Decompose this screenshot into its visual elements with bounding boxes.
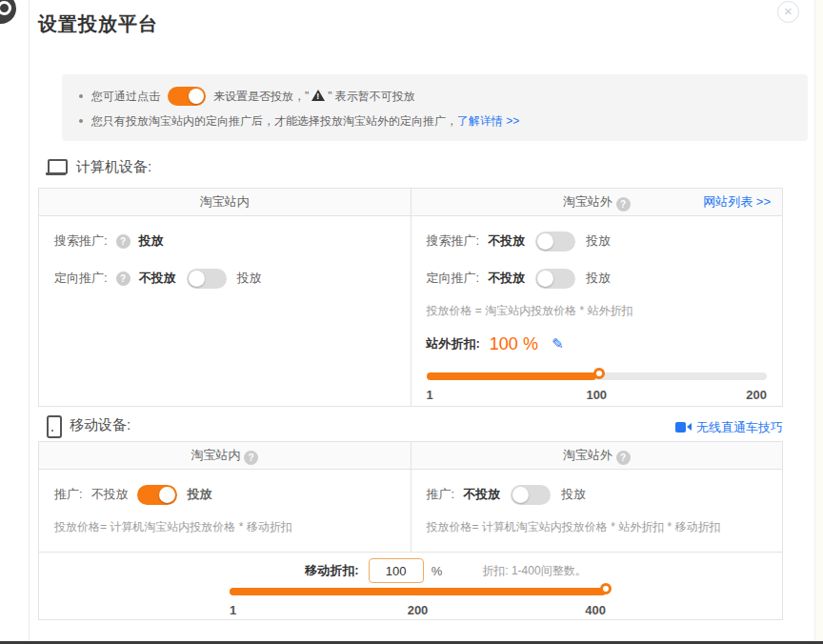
slider-fill <box>427 372 597 380</box>
discount-value: 100 % <box>490 334 538 354</box>
mobile-discount-input[interactable] <box>369 558 424 583</box>
bullet-icon <box>79 94 83 98</box>
warning-icon: ! <box>311 90 325 101</box>
slider-mid-label: 200 <box>408 603 429 617</box>
slider-min-label: 1 <box>427 388 433 402</box>
search-promo-row: 搜索推广: 不投放 投放 <box>427 229 768 253</box>
toggle-knob[interactable] <box>537 271 553 287</box>
computer-section-label: 计算机设备: <box>76 158 151 176</box>
wireless-tips-label: 无线直通车技巧 <box>696 420 783 434</box>
state-active: 不投放 <box>139 270 176 287</box>
price-formula: 投放价格= 计算机淘宝站内投放价格 * 站外折扣 * 移动折扣 <box>427 519 768 535</box>
column-header-offsite: 淘宝站外 ? <box>411 442 783 469</box>
state-active: 投放 <box>139 232 164 250</box>
video-camera-icon <box>675 422 692 433</box>
mobile-onsite-cell: 推广: 不投放 投放 投放价格= 计算机淘宝站内投放价格 * 移动折扣 <box>39 470 411 552</box>
field-label: 推广: <box>427 486 455 503</box>
discount-label: 站外折扣: <box>427 335 480 352</box>
target-promo-toggle[interactable] <box>535 269 575 289</box>
field-label: 搜索推广: <box>427 232 480 250</box>
offsite-discount-slider[interactable]: 1 100 200 <box>427 372 768 402</box>
target-promo-row: 定向推广: 不投放 投放 <box>427 266 768 291</box>
notice-line-1: 您可通过点击 来设置是否投放，" ! " 表示暂不可投放 <box>79 85 789 108</box>
notice-text: 您可通过点击 <box>91 89 160 105</box>
state-inactive: 投放 <box>586 270 611 287</box>
help-icon[interactable]: ? <box>244 451 258 465</box>
mobile-table-body: 推广: 不投放 投放 投放价格= 计算机淘宝站内投放价格 * 移动折扣 推广: … <box>39 470 782 552</box>
toggle-knob[interactable] <box>512 487 529 503</box>
help-icon[interactable]: ? <box>616 451 631 465</box>
slider-mid-label: 100 <box>586 388 607 402</box>
wireless-tips-link[interactable]: 无线直通车技巧 <box>675 419 783 436</box>
column-header-label: 淘宝站内 <box>200 194 250 209</box>
search-promo-toggle[interactable] <box>535 231 575 252</box>
help-icon[interactable]: ? <box>616 197 631 211</box>
slider-handle[interactable] <box>600 583 612 594</box>
promo-row: 推广: 不投放 投放 <box>427 482 768 507</box>
target-promo-row: 定向推广: ? 不投放 投放 <box>54 266 395 291</box>
offsite-discount-row: 站外折扣: 100 % ✎ <box>427 331 768 357</box>
column-header-label: 淘宝站外 <box>563 448 612 462</box>
slider-min-label: 1 <box>230 603 236 617</box>
mobile-discount-row: 移动折扣: % 折扣: 1-400间整数。 1 200 400 <box>39 552 782 619</box>
percent-unit: % <box>432 564 443 578</box>
state-inactive: 投放 <box>237 270 262 287</box>
state-inactive: 投放 <box>561 486 586 503</box>
computer-icon <box>46 159 66 175</box>
field-label: 推广: <box>54 486 83 503</box>
column-header-label: 淘宝站内 <box>191 448 240 462</box>
mobile-icon <box>46 415 59 434</box>
state-active: 不投放 <box>463 486 500 503</box>
discount-hint: 折扣: 1-400间整数。 <box>482 563 586 579</box>
mobile-discount-controls: 移动折扣: % 折扣: 1-400间整数。 <box>39 553 782 583</box>
state-inactive: 投放 <box>586 232 611 250</box>
slider-max-label: 200 <box>746 388 767 402</box>
slider-handle[interactable] <box>593 368 605 379</box>
notice-text: 您只有投放淘宝站内的定向推广后，才能选择投放淘宝站外的定向推广， <box>91 113 457 130</box>
toggle-knob[interactable] <box>189 271 205 287</box>
column-header-offsite: 淘宝站外 ? 网站列表 >> <box>411 189 783 215</box>
close-icon[interactable]: × <box>777 1 799 23</box>
help-icon[interactable]: ? <box>116 234 130 249</box>
toggle-knob[interactable] <box>537 233 553 250</box>
toggle-knob[interactable] <box>159 487 175 503</box>
help-icon[interactable]: ? <box>116 272 130 286</box>
column-header-onsite: 淘宝站内 ? <box>39 442 411 469</box>
toggle-knob <box>189 89 204 104</box>
help-badge-icon <box>0 0 16 24</box>
field-label: 定向推广: <box>54 270 108 287</box>
slider-track[interactable] <box>230 588 606 595</box>
slider-marks: 1 100 200 <box>427 388 768 402</box>
state-active: 不投放 <box>488 270 525 287</box>
notice-text: " 表示暂不可投放 <box>328 89 415 105</box>
mobile-table-header: 淘宝站内 ? 淘宝站外 ? <box>39 442 782 470</box>
scrollbar-track[interactable] <box>814 0 823 644</box>
computer-section-header: 计算机设备: <box>46 158 151 176</box>
edit-icon[interactable]: ✎ <box>552 335 564 352</box>
target-promo-toggle[interactable] <box>187 269 227 289</box>
field-label: 定向推广: <box>427 270 480 287</box>
mobile-table: 淘宝站内 ? 淘宝站外 ? 推广: 不投放 投放 投放价格= 计算机淘宝站内投放… <box>38 441 783 620</box>
toggle-example <box>168 87 206 106</box>
field-label: 搜索推广: <box>54 232 108 250</box>
computer-offsite-cell: 搜索推广: 不投放 投放 定向推广: 不投放 投放 投放价格 = 淘宝站内投放价… <box>411 216 783 406</box>
price-formula: 投放价格= 计算机淘宝站内投放价格 * 移动折扣 <box>54 519 395 535</box>
mobile-section-header: 移动设备: <box>46 415 130 434</box>
slider-marks: 1 200 400 <box>230 603 606 617</box>
mobile-discount-slider[interactable]: 1 200 400 <box>230 588 606 617</box>
notice-text: 来设置是否投放，" <box>213 89 309 105</box>
computer-table: 淘宝站内 淘宝站外 ? 网站列表 >> 搜索推广: ? 投放 定向推广: ? 不… <box>38 188 783 407</box>
promo-toggle[interactable] <box>511 485 551 505</box>
learn-more-link[interactable]: 了解详情 >> <box>457 113 519 130</box>
state-active: 不投放 <box>488 232 525 250</box>
notice-line-2: 您只有投放淘宝站内的定向推广后，才能选择投放淘宝站外的定向推广， 了解详情 >> <box>79 110 789 132</box>
site-list-link[interactable]: 网站列表 >> <box>703 189 771 215</box>
state-inactive: 不投放 <box>91 486 129 503</box>
promo-toggle[interactable] <box>137 485 177 505</box>
bullet-icon <box>79 119 83 123</box>
column-header-onsite: 淘宝站内 <box>39 189 411 215</box>
slider-track[interactable] <box>427 372 768 380</box>
promo-row: 推广: 不投放 投放 <box>54 482 395 507</box>
computer-onsite-cell: 搜索推广: ? 投放 定向推广: ? 不投放 投放 <box>39 216 411 406</box>
mobile-section-label: 移动设备: <box>70 416 130 434</box>
